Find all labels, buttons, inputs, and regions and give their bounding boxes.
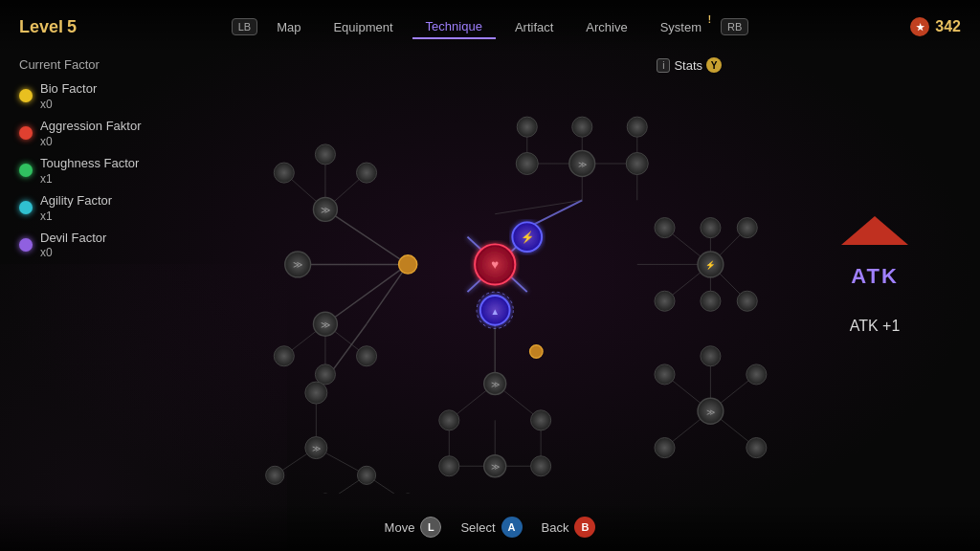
- svg-text:≫: ≫: [321, 205, 330, 215]
- left-sub-tl[interactable]: [274, 163, 294, 183]
- toughness-factor-name: Toughness Factor: [40, 156, 139, 172]
- currency-icon: ★: [910, 17, 929, 36]
- stats-key-icon: i: [657, 58, 670, 73]
- svg-line-1: [325, 209, 408, 265]
- nav-equipment[interactable]: Equipment: [320, 16, 406, 38]
- select-label: Select: [460, 520, 495, 535]
- right-top-top[interactable]: [572, 117, 592, 137]
- nav-artifact[interactable]: Artifact: [501, 16, 567, 38]
- toughness-factor-count: x1: [40, 172, 139, 186]
- right-bot-tl[interactable]: [655, 364, 675, 385]
- level-display: Level 5: [19, 17, 77, 37]
- svg-text:⚡: ⚡: [705, 260, 716, 271]
- factor-bio: Bio Factor x0: [19, 81, 211, 111]
- bottom-left-lr-node[interactable]: [357, 466, 375, 484]
- bottom-left-node[interactable]: [305, 382, 327, 404]
- nav-lb-button[interactable]: LB: [232, 18, 257, 35]
- skill-tree: ♥ ⚡ ▲ ≫ ≫ ≫ ≫ ≫: [211, 54, 789, 494]
- svg-text:≫: ≫: [293, 259, 302, 270]
- hub-node-left[interactable]: [399, 255, 417, 274]
- devil-factor-count: x0: [40, 246, 106, 259]
- aggression-factor-count: x0: [40, 135, 142, 148]
- devil-factor-text: Devil Factor x0: [40, 231, 106, 260]
- right-bot-bl[interactable]: [655, 438, 675, 458]
- level-label: Level: [19, 17, 63, 36]
- right-mid-tl[interactable]: [655, 218, 675, 238]
- right-panel: ATK ATK +1: [798, 216, 951, 335]
- move-btn: L: [420, 517, 441, 538]
- right-top-r[interactable]: [626, 153, 648, 175]
- svg-text:≫: ≫: [312, 444, 321, 453]
- nav-archive[interactable]: Archive: [572, 16, 640, 38]
- toughness-factor-dot: [19, 164, 33, 177]
- bottom-center-r[interactable]: [531, 410, 551, 430]
- factor-devil: Devil Factor x0: [19, 231, 211, 260]
- svg-text:≫: ≫: [578, 160, 587, 169]
- move-label: Move: [385, 520, 415, 535]
- stats-button[interactable]: i Stats Y: [657, 57, 722, 73]
- aggression-factor-dot: [19, 126, 33, 140]
- back-action[interactable]: Back B: [542, 517, 596, 538]
- svg-text:≫: ≫: [321, 320, 330, 330]
- factor-aggression: Aggression Faktor x0: [19, 119, 211, 148]
- agility-factor-text: Agility Factor x1: [40, 193, 112, 223]
- right-mid-br[interactable]: [737, 291, 757, 311]
- right-bot-tr[interactable]: [746, 364, 767, 385]
- currency-value: 342: [935, 18, 961, 35]
- svg-text:≫: ≫: [706, 408, 715, 417]
- svg-text:▲: ▲: [490, 306, 499, 317]
- left-sub-br[interactable]: [357, 346, 377, 366]
- svg-line-2: [325, 264, 408, 323]
- nav-technique[interactable]: Technique: [412, 15, 496, 39]
- atk-label: ATK: [798, 264, 951, 289]
- aggression-factor-text: Aggression Faktor x0: [40, 119, 142, 148]
- skill-tree-svg: ♥ ⚡ ▲ ≫ ≫ ≫ ≫ ≫: [211, 54, 789, 494]
- bio-factor-name: Bio Factor: [40, 81, 97, 98]
- right-top-tr[interactable]: [627, 117, 647, 137]
- select-btn[interactable]: A: [501, 517, 523, 538]
- nav-rb-button[interactable]: RB: [721, 18, 748, 35]
- stats-label: Stats: [674, 58, 702, 73]
- left-sub-bm[interactable]: [315, 364, 335, 385]
- bottom-center-br[interactable]: [531, 456, 551, 476]
- right-mid-bl[interactable]: [655, 291, 675, 311]
- agility-factor-name: Agility Factor: [40, 193, 112, 209]
- back-btn[interactable]: B: [574, 517, 595, 538]
- devil-factor-dot: [19, 238, 33, 252]
- bio-factor-dot: [19, 89, 33, 102]
- back-label: Back: [542, 520, 569, 535]
- bottom-center-l[interactable]: [439, 410, 459, 430]
- currency-display: ★ 342: [910, 17, 961, 36]
- bio-factor-count: x0: [40, 98, 97, 111]
- svg-text:≫: ≫: [491, 462, 500, 472]
- right-bot-tm[interactable]: [701, 346, 721, 366]
- right-mid-tm[interactable]: [701, 218, 721, 238]
- svg-text:♥: ♥: [491, 257, 499, 272]
- right-top-l[interactable]: [516, 153, 538, 175]
- left-sub-tr[interactable]: [357, 163, 377, 183]
- agility-factor-count: x1: [40, 209, 112, 223]
- nav-map[interactable]: Map: [263, 16, 314, 38]
- chevron-up-icon: [841, 216, 908, 245]
- agility-factor-dot: [19, 201, 33, 214]
- select-action[interactable]: Select A: [460, 517, 522, 538]
- left-sub-tm[interactable]: [315, 144, 335, 165]
- atk-value: ATK +1: [798, 318, 951, 335]
- bio-factor-text: Bio Factor x0: [40, 81, 97, 111]
- right-bot-br[interactable]: [746, 438, 767, 458]
- right-mid-tr[interactable]: [737, 218, 757, 238]
- left-panel: Current Factor Bio Factor x0 Aggression …: [19, 57, 211, 267]
- level-value: 5: [67, 17, 77, 36]
- factor-agility: Agility Factor x1: [19, 193, 211, 223]
- right-mid-bm[interactable]: [701, 291, 721, 311]
- bottom-left-ll-node[interactable]: [266, 466, 284, 484]
- yellow-dot-node[interactable]: [530, 345, 543, 358]
- nav-system[interactable]: System: [647, 16, 715, 38]
- devil-factor-name: Devil Factor: [40, 231, 106, 247]
- atk-chevron: [798, 216, 951, 245]
- move-action: Move L: [385, 517, 442, 538]
- right-top-tl[interactable]: [517, 117, 537, 137]
- left-sub-bl[interactable]: [274, 346, 294, 366]
- svg-line-4: [367, 264, 408, 323]
- bottom-center-bl[interactable]: [439, 456, 459, 476]
